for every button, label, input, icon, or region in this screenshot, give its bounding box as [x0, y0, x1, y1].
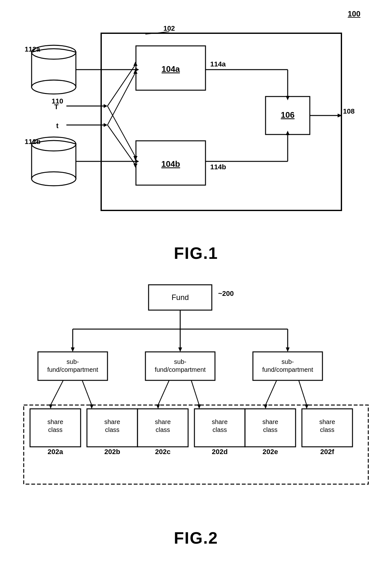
- svg-text:112b: 112b: [25, 138, 40, 146]
- svg-text:share: share: [47, 418, 63, 425]
- svg-text:t: t: [56, 122, 59, 130]
- svg-text:class: class: [105, 426, 119, 433]
- fig1-diagram: 104a 104b 106: [19, 16, 373, 253]
- svg-marker-53: [71, 347, 75, 352]
- svg-text:114a: 114a: [210, 60, 226, 68]
- svg-text:share: share: [319, 418, 335, 425]
- svg-text:114b: 114b: [210, 163, 226, 171]
- svg-line-72: [158, 380, 169, 405]
- svg-text:112a: 112a: [25, 45, 40, 53]
- svg-text:sub-: sub-: [67, 358, 79, 365]
- svg-text:share: share: [155, 418, 171, 425]
- svg-text:202e: 202e: [263, 448, 278, 456]
- fig2-diagram: Fund ~200 sub- fund/compartment sub: [19, 275, 373, 535]
- svg-text:202c: 202c: [155, 448, 171, 456]
- svg-text:202f: 202f: [320, 448, 334, 456]
- svg-text:T: T: [54, 103, 59, 111]
- svg-text:104a: 104a: [162, 64, 180, 74]
- svg-text:share: share: [104, 418, 120, 425]
- svg-text:~200: ~200: [218, 290, 234, 297]
- svg-text:share: share: [262, 418, 278, 425]
- svg-line-70: [82, 380, 92, 405]
- svg-text:class: class: [212, 426, 227, 433]
- svg-line-68: [51, 380, 63, 405]
- svg-text:class: class: [320, 426, 334, 433]
- fig1-svg: 104a 104b 106: [19, 16, 373, 253]
- svg-marker-57: [286, 347, 290, 352]
- svg-text:202d: 202d: [212, 448, 228, 456]
- svg-text:106: 106: [281, 110, 294, 120]
- svg-text:202a: 202a: [48, 448, 64, 456]
- svg-text:104b: 104b: [161, 159, 180, 169]
- svg-text:202b: 202b: [104, 448, 120, 456]
- svg-text:Fund: Fund: [172, 293, 189, 302]
- svg-line-76: [266, 380, 277, 405]
- svg-text:102: 102: [163, 24, 175, 32]
- svg-text:share: share: [212, 418, 228, 425]
- svg-text:fund/compartment: fund/compartment: [47, 366, 98, 373]
- svg-text:class: class: [48, 426, 63, 433]
- svg-text:sub-: sub-: [174, 358, 187, 365]
- svg-point-9: [32, 80, 76, 94]
- svg-text:108: 108: [343, 107, 355, 115]
- svg-text:class: class: [263, 426, 278, 433]
- svg-point-12: [32, 172, 76, 186]
- page: 100 104a 104b 106: [0, 0, 392, 568]
- fig2-svg: Fund ~200 sub- fund/compartment sub: [19, 275, 373, 535]
- svg-line-78: [299, 380, 307, 405]
- svg-text:class: class: [156, 426, 170, 433]
- svg-marker-55: [178, 347, 182, 352]
- svg-text:fund/compartment: fund/compartment: [262, 366, 313, 373]
- svg-line-74: [191, 380, 199, 405]
- svg-text:sub-: sub-: [282, 358, 294, 365]
- svg-text:fund/compartment: fund/compartment: [155, 366, 206, 373]
